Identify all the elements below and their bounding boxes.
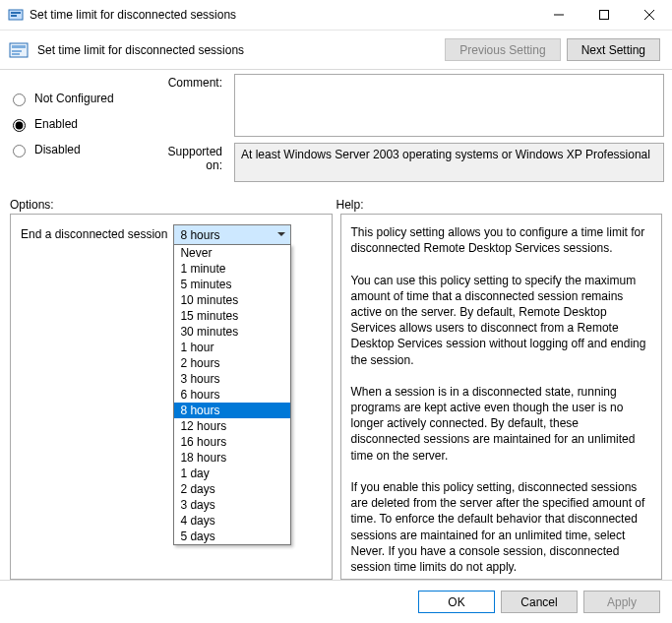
title-bar: Set time limit for disconnected sessions <box>0 0 672 31</box>
svg-rect-1 <box>11 12 21 14</box>
help-heading: Help: <box>336 198 663 212</box>
comment-textarea[interactable] <box>234 74 664 137</box>
radio-not-configured-label: Not Configured <box>34 92 114 105</box>
svg-rect-9 <box>12 50 22 52</box>
options-heading: Options: <box>10 198 336 212</box>
supported-on-value: At least Windows Server 2003 operating s… <box>234 143 664 182</box>
radio-not-configured-input[interactable] <box>13 93 26 106</box>
radio-enabled-input[interactable] <box>13 119 26 132</box>
svg-rect-4 <box>600 11 609 20</box>
dropdown-option[interactable]: 12 hours <box>174 418 290 434</box>
close-button[interactable] <box>627 0 672 31</box>
dropdown-option[interactable]: 2 hours <box>174 355 290 371</box>
dropdown-option[interactable]: 8 hours <box>174 403 290 418</box>
cancel-button[interactable]: Cancel <box>501 591 578 613</box>
dropdown-option[interactable]: 1 hour <box>174 340 290 355</box>
help-pane: This policy setting allows you to config… <box>340 214 663 580</box>
policy-state-area: Not Configured Enabled Disabled Comment:… <box>0 70 672 188</box>
maximize-button[interactable] <box>581 0 627 31</box>
radio-not-configured[interactable]: Not Configured <box>8 86 146 111</box>
app-icon <box>8 7 24 23</box>
dropdown-option[interactable]: 1 minute <box>174 261 290 277</box>
dropdown-option[interactable]: 5 minutes <box>174 277 290 292</box>
policy-title: Set time limit for disconnected sessions <box>37 43 445 57</box>
ok-button[interactable]: OK <box>418 591 495 613</box>
dropdown-option[interactable]: 4 days <box>174 513 290 529</box>
radio-disabled-input[interactable] <box>13 145 26 157</box>
dropdown-option[interactable]: 30 minutes <box>174 324 290 340</box>
dropdown-option[interactable]: 18 hours <box>174 450 290 466</box>
dropdown-option[interactable]: 10 minutes <box>174 292 290 308</box>
dropdown-option[interactable]: 3 days <box>174 497 290 513</box>
options-pane: End a disconnected session 8 hours Never… <box>10 214 333 580</box>
svg-rect-10 <box>12 53 20 55</box>
policy-icon <box>8 39 30 61</box>
dropdown-option[interactable]: 6 hours <box>174 387 290 403</box>
window-title: Set time limit for disconnected sessions <box>30 8 536 22</box>
dropdown-option[interactable]: 5 days <box>174 529 290 544</box>
comment-label: Comment: <box>152 74 234 137</box>
supported-on-label: Supported on: <box>152 143 234 182</box>
radio-disabled[interactable]: Disabled <box>8 137 146 162</box>
end-session-dropdown[interactable]: 8 hours <box>173 224 291 245</box>
previous-setting-button[interactable]: Previous Setting <box>445 38 560 61</box>
dropdown-option[interactable]: 3 hours <box>174 371 290 387</box>
dropdown-option[interactable]: 16 hours <box>174 434 290 450</box>
radio-enabled-label: Enabled <box>34 117 78 131</box>
svg-rect-8 <box>12 45 26 48</box>
radio-enabled[interactable]: Enabled <box>8 111 146 137</box>
end-session-label: End a disconnected session <box>21 224 167 569</box>
policy-header: Set time limit for disconnected sessions… <box>0 31 672 70</box>
dropdown-option[interactable]: Never <box>174 245 290 261</box>
end-session-dropdown-list[interactable]: Never1 minute5 minutes10 minutes15 minut… <box>173 244 291 545</box>
dialog-footer: OK Cancel Apply <box>0 580 672 623</box>
svg-rect-2 <box>11 15 17 17</box>
next-setting-button[interactable]: Next Setting <box>567 38 660 61</box>
minimize-button[interactable] <box>536 0 581 31</box>
dropdown-option[interactable]: 15 minutes <box>174 308 290 324</box>
dropdown-option[interactable]: 1 day <box>174 466 290 481</box>
radio-disabled-label: Disabled <box>34 143 81 156</box>
dropdown-option[interactable]: 2 days <box>174 481 290 497</box>
state-radios: Not Configured Enabled Disabled <box>8 74 146 188</box>
help-text: This policy setting allows you to config… <box>351 224 652 575</box>
end-session-selected: 8 hours <box>180 228 219 242</box>
apply-button[interactable]: Apply <box>583 591 660 613</box>
